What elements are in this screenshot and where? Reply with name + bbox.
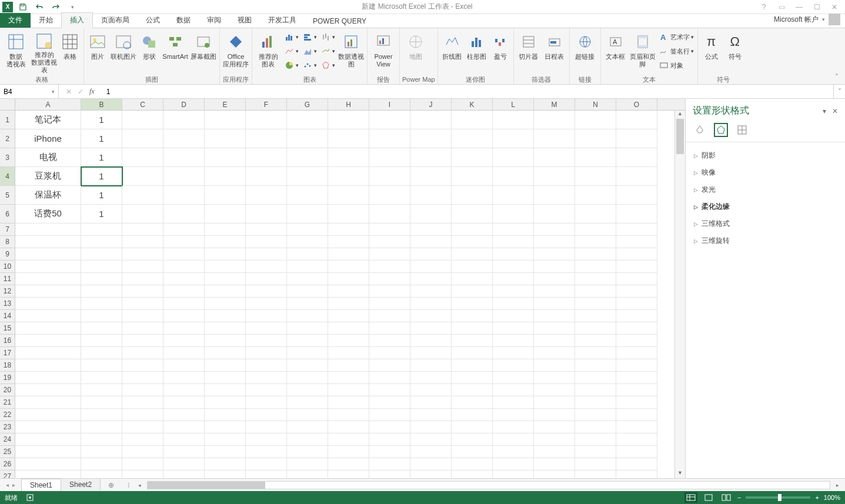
cell-E4[interactable] [205,167,246,186]
cell-D18[interactable] [163,359,205,372]
cell-G21[interactable] [287,396,328,409]
cell-D25[interactable] [163,446,205,458]
table-button[interactable]: 表格 [59,29,81,74]
cell-B15[interactable] [81,322,122,335]
close-icon[interactable]: ✕ [829,3,840,11]
cell-F13[interactable] [246,298,287,310]
cell-H5[interactable] [328,186,369,205]
scroll-up-icon[interactable]: ▲ [675,111,685,119]
cell-M13[interactable] [534,298,575,310]
cell-I19[interactable] [369,372,410,384]
zoom-in-button[interactable]: + [815,494,819,501]
cell-N20[interactable] [575,384,616,396]
cell-G18[interactable] [287,359,328,372]
cell-H20[interactable] [328,384,369,396]
cell-L15[interactable] [493,322,534,335]
col-header-I[interactable]: I [369,99,410,110]
pane-section[interactable]: ▷发光 [689,181,841,198]
cell-L11[interactable] [493,273,534,285]
cell-A26[interactable] [15,458,81,470]
cell-N11[interactable] [575,273,616,285]
cell-D17[interactable] [163,347,205,359]
cell-H24[interactable] [328,433,369,446]
cell-O12[interactable] [616,285,657,298]
cell-A6[interactable]: 话费50 [15,205,81,223]
cell-M22[interactable] [534,409,575,421]
cell-O18[interactable] [616,359,657,372]
name-box[interactable]: ▾ [0,85,59,98]
cell-C7[interactable] [122,223,163,236]
cell-I9[interactable] [369,248,410,261]
row-header-25[interactable]: 25 [0,446,15,458]
cell-G7[interactable] [287,223,328,236]
cell-E17[interactable] [205,347,246,359]
cell-H13[interactable] [328,298,369,310]
cell-F6[interactable] [246,205,287,223]
col-header-M[interactable]: M [534,99,575,110]
cell-L3[interactable] [493,148,534,167]
cell-K10[interactable] [452,261,493,273]
row-header-2[interactable]: 2 [0,129,15,148]
cell-N16[interactable] [575,335,616,347]
cell-A3[interactable]: 电视 [15,148,81,167]
cell-J22[interactable] [410,409,452,421]
cell-E22[interactable] [205,409,246,421]
cell-F18[interactable] [246,359,287,372]
cell-L10[interactable] [493,261,534,273]
cell-I25[interactable] [369,446,410,458]
cell-I21[interactable] [369,396,410,409]
cell-H25[interactable] [328,446,369,458]
cell-M5[interactable] [534,186,575,205]
cell-E27[interactable] [205,470,246,478]
cell-J13[interactable] [410,298,452,310]
cell-H22[interactable] [328,409,369,421]
cell-N7[interactable] [575,223,616,236]
cell-L14[interactable] [493,310,534,322]
cell-I7[interactable] [369,223,410,236]
cell-F23[interactable] [246,421,287,433]
map-button[interactable]: 地图 [402,29,429,74]
cell-C5[interactable] [122,186,163,205]
cell-F9[interactable] [246,248,287,261]
cell-D24[interactable] [163,433,205,446]
cell-M20[interactable] [534,384,575,396]
sheet-nav-next-icon[interactable]: ▸ [12,482,15,488]
accept-formula-button[interactable]: ✓ [78,88,84,96]
cell-K22[interactable] [452,409,493,421]
object-button[interactable]: 对象 [657,59,695,72]
undo-button[interactable] [33,1,46,14]
cell-E6[interactable] [205,205,246,223]
hscroll-thumb[interactable] [148,482,265,489]
cell-M16[interactable] [534,335,575,347]
cell-D15[interactable] [163,322,205,335]
cell-L13[interactable] [493,298,534,310]
cell-A2[interactable]: iPhone [15,129,81,148]
cell-I27[interactable] [369,470,410,478]
cell-J7[interactable] [410,223,452,236]
cell-J17[interactable] [410,347,452,359]
cell-O14[interactable] [616,310,657,322]
cell-A4[interactable]: 豆浆机 [15,167,81,186]
cell-L18[interactable] [493,359,534,372]
cell-F26[interactable] [246,458,287,470]
cell-H14[interactable] [328,310,369,322]
cell-F20[interactable] [246,384,287,396]
tab-developer[interactable]: 开发工具 [260,13,305,28]
cell-M26[interactable] [534,458,575,470]
cell-L22[interactable] [493,409,534,421]
cell-K4[interactable] [452,167,493,186]
cell-O6[interactable] [616,205,657,223]
cell-A23[interactable] [15,421,81,433]
cell-M27[interactable] [534,470,575,478]
cell-G23[interactable] [287,421,328,433]
cell-M24[interactable] [534,433,575,446]
maximize-icon[interactable]: ☐ [811,3,823,11]
cell-E24[interactable] [205,433,246,446]
cell-D26[interactable] [163,458,205,470]
cell-E3[interactable] [205,148,246,167]
cell-D9[interactable] [163,248,205,261]
cell-A1[interactable]: 笔记本 [15,111,81,129]
tab-formulas[interactable]: 公式 [138,13,168,28]
cell-F22[interactable] [246,409,287,421]
select-all-corner[interactable] [0,99,15,110]
